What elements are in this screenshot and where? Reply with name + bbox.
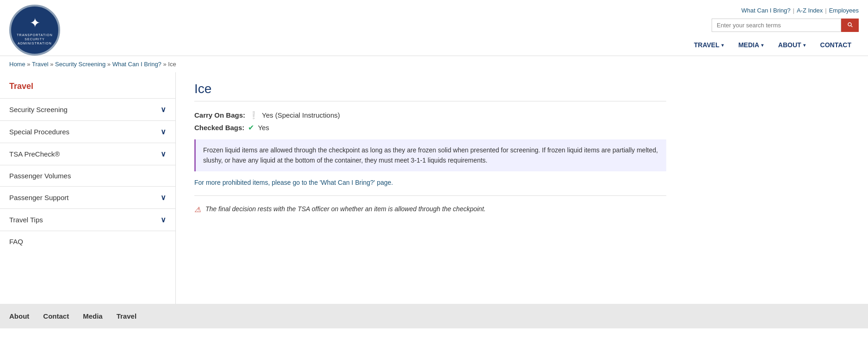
carry-on-value: Yes (Special Instructions) bbox=[262, 111, 340, 119]
check-icon: ✔ bbox=[248, 123, 254, 132]
top-links: What Can I Bring? | A-Z Index | Employee… bbox=[741, 7, 859, 14]
sidebar-item-travel-tips[interactable]: Travel Tips ∨ bbox=[0, 208, 175, 231]
carry-on-label: Carry On Bags: bbox=[194, 111, 245, 119]
page-title: Ice bbox=[194, 82, 666, 101]
passenger-support-chevron-icon: ∨ bbox=[161, 193, 166, 202]
search-icon bbox=[847, 21, 853, 28]
footer-media[interactable]: Media bbox=[83, 312, 103, 320]
header: ✦ TRANSPORTATION SECURITY ADMINISTRATION… bbox=[0, 0, 868, 56]
nav-media[interactable]: MEDIA ▾ bbox=[731, 38, 771, 52]
az-index-link[interactable]: A-Z Index bbox=[797, 7, 823, 14]
breadcrumb-security[interactable]: Security Screening bbox=[55, 61, 105, 68]
sidebar-item-passenger-support[interactable]: Passenger Support ∨ bbox=[0, 186, 175, 208]
nav-travel[interactable]: TRAVEL ▾ bbox=[687, 38, 731, 52]
special-procedures-chevron-icon: ∨ bbox=[161, 127, 166, 136]
nav-contact[interactable]: CONTACT bbox=[813, 38, 859, 52]
footer: About Contact Media Travel bbox=[0, 304, 868, 328]
sidebar-item-faq[interactable]: FAQ bbox=[0, 231, 175, 252]
breadcrumb-sep-2: » bbox=[50, 61, 55, 68]
main-layout: Travel Security Screening ∨ Special Proc… bbox=[0, 72, 868, 304]
sidebar-title: Travel bbox=[0, 82, 175, 98]
footer-contact[interactable]: Contact bbox=[43, 312, 69, 320]
checked-bags-row: Checked Bags: ✔ Yes bbox=[194, 123, 666, 132]
content-divider bbox=[194, 195, 666, 196]
checked-label: Checked Bags: bbox=[194, 124, 244, 132]
travel-chevron-icon: ▾ bbox=[721, 43, 724, 48]
warning-icon: ❕ bbox=[249, 111, 258, 119]
divider-2: | bbox=[825, 7, 826, 14]
top-right: What Can I Bring? | A-Z Index | Employee… bbox=[687, 5, 859, 52]
breadcrumb-home[interactable]: Home bbox=[9, 61, 25, 68]
logo-text: ✦ TRANSPORTATION SECURITY ADMINISTRATION bbox=[17, 15, 52, 46]
tsa-logo: ✦ TRANSPORTATION SECURITY ADMINISTRATION bbox=[9, 5, 60, 56]
final-note-text: The final decision rests with the TSA of… bbox=[205, 205, 486, 213]
wcib-link[interactable]: For more prohibited items, please go to … bbox=[194, 179, 393, 186]
breadcrumb-wcib[interactable]: What Can I Bring? bbox=[112, 61, 161, 68]
nav-about[interactable]: ABOUT ▾ bbox=[771, 38, 813, 52]
logo-area[interactable]: ✦ TRANSPORTATION SECURITY ADMINISTRATION bbox=[9, 5, 60, 56]
travel-tips-chevron-icon: ∨ bbox=[161, 215, 166, 224]
breadcrumb-sep-3: » bbox=[107, 61, 112, 68]
breadcrumb: Home » Travel » Security Screening » Wha… bbox=[0, 56, 868, 72]
tsa-precheck-chevron-icon: ∨ bbox=[161, 150, 166, 158]
divider-1: | bbox=[793, 7, 794, 14]
about-chevron-icon: ▾ bbox=[803, 43, 806, 48]
footer-travel[interactable]: Travel bbox=[117, 312, 136, 320]
final-decision-note: ⚠ The final decision rests with the TSA … bbox=[194, 205, 666, 214]
employees-link[interactable]: Employees bbox=[829, 7, 859, 14]
breadcrumb-sep-1: » bbox=[27, 61, 32, 68]
media-chevron-icon: ▾ bbox=[761, 43, 763, 48]
main-nav: TRAVEL ▾ MEDIA ▾ ABOUT ▾ CONTACT bbox=[687, 38, 859, 52]
sidebar: Travel Security Screening ∨ Special Proc… bbox=[0, 72, 176, 304]
eagle-icon: ✦ bbox=[17, 15, 52, 31]
content-area: Ice Carry On Bags: ❕ Yes (Special Instru… bbox=[176, 72, 685, 304]
more-items-link: For more prohibited items, please go to … bbox=[194, 179, 666, 186]
breadcrumb-travel[interactable]: Travel bbox=[32, 61, 49, 68]
checked-value: Yes bbox=[258, 124, 269, 132]
footer-about[interactable]: About bbox=[9, 312, 29, 320]
sidebar-item-passenger-volumes[interactable]: Passenger Volumes bbox=[0, 165, 175, 186]
search-bar bbox=[712, 19, 859, 32]
special-note: Frozen liquid items are allowed through … bbox=[194, 139, 666, 171]
alert-triangle-icon: ⚠ bbox=[194, 205, 201, 214]
sidebar-item-special-procedures[interactable]: Special Procedures ∨ bbox=[0, 120, 175, 143]
sidebar-item-tsa-precheck[interactable]: TSA PreCheck® ∨ bbox=[0, 143, 175, 165]
what-can-i-bring-link[interactable]: What Can I Bring? bbox=[741, 7, 790, 14]
breadcrumb-current: Ice bbox=[168, 61, 176, 68]
search-input[interactable] bbox=[712, 19, 841, 32]
carry-on-row: Carry On Bags: ❕ Yes (Special Instructio… bbox=[194, 111, 666, 119]
security-screening-chevron-icon: ∨ bbox=[161, 105, 166, 114]
breadcrumb-sep-4: » bbox=[163, 61, 168, 68]
sidebar-item-security-screening[interactable]: Security Screening ∨ bbox=[0, 98, 175, 120]
search-button[interactable] bbox=[841, 19, 859, 32]
